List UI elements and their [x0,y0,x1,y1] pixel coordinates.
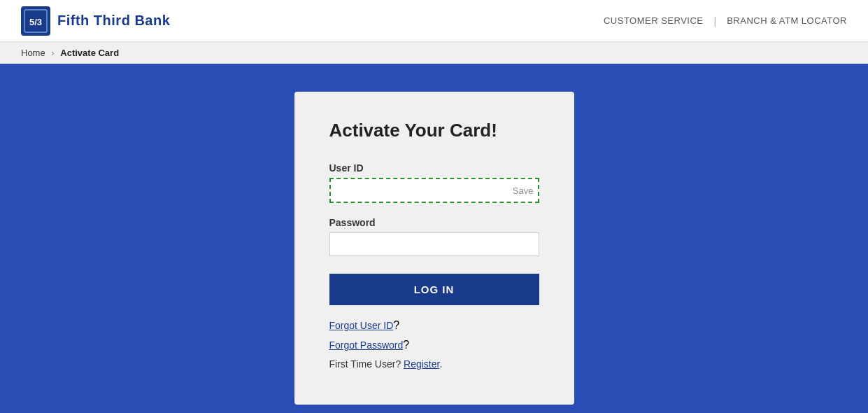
first-time-user-line: First Time User? Register. [329,358,539,370]
breadcrumb-home[interactable]: Home [21,48,45,58]
breadcrumb-current: Activate Card [60,48,119,58]
forgot-user-id-link[interactable]: Forgot User ID [329,320,394,331]
forgot-user-id-suffix: ? [393,319,399,331]
login-button[interactable]: LOG IN [329,274,539,305]
helper-links: Forgot User ID? Forgot Password? First T… [329,319,539,370]
branch-atm-link[interactable]: BRANCH & ATM LOCATOR [727,15,847,26]
customer-service-link[interactable]: CUSTOMER SERVICE [604,15,704,26]
breadcrumb-separator: › [51,48,54,58]
password-field-group: Password [329,217,539,256]
first-time-prefix: First Time User? [329,358,404,370]
card-title: Activate Your Card! [329,120,539,141]
forgot-password-link[interactable]: Forgot Password [329,340,404,351]
top-nav: CUSTOMER SERVICE | BRANCH & ATM LOCATOR [604,15,847,27]
nav-divider: | [714,15,717,27]
bank-logo-icon: 5/3 [21,6,50,36]
bank-name: Fifth Third Bank [57,13,170,29]
first-time-suffix: . [439,358,442,370]
user-id-label: User ID [329,162,539,174]
logo-area: 5/3 Fifth Third Bank [21,6,170,36]
header: 5/3 Fifth Third Bank CUSTOMER SERVICE | … [0,0,868,42]
password-wrapper [329,232,539,256]
main-content: Activate Your Card! User ID Save Passwor… [0,64,868,413]
user-id-field-group: User ID Save [329,162,539,203]
user-id-wrapper: Save [329,178,539,203]
user-id-input[interactable] [329,178,539,203]
svg-text:5/3: 5/3 [29,17,42,27]
breadcrumb: Home › Activate Card [0,42,868,64]
password-input[interactable] [329,232,539,256]
password-label: Password [329,217,539,228]
forgot-password-suffix: ? [403,339,409,351]
login-card: Activate Your Card! User ID Save Passwor… [294,92,574,405]
register-link[interactable]: Register [404,358,439,370]
forgot-userid-line: Forgot User ID? [329,319,539,332]
forgot-password-line: Forgot Password? [329,339,539,351]
save-label: Save [513,186,534,196]
